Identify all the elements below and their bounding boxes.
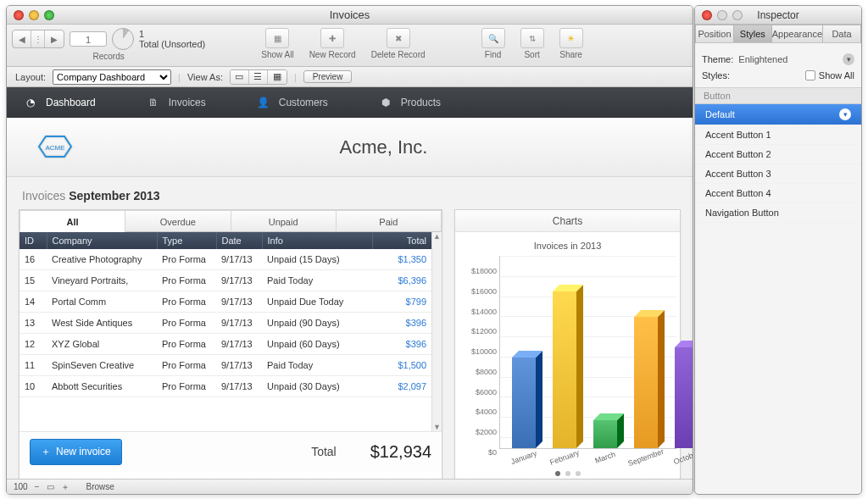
layout-select[interactable]: Company Dashboard bbox=[53, 69, 171, 85]
theme-chevron-icon[interactable]: ▾ bbox=[843, 53, 854, 65]
inspector-tab-position[interactable]: Position bbox=[695, 25, 734, 42]
nav-products[interactable]: ⬢ Products bbox=[370, 91, 449, 114]
invoice-panel: AllOverdueUnpaidPaid IDCompanyTypeDateIn… bbox=[19, 209, 442, 479]
table-row[interactable]: 12XYZ GlobalPro Forma9/17/13Unpaid (60 D… bbox=[19, 334, 431, 355]
invoice-tab-paid[interactable]: Paid bbox=[337, 210, 442, 232]
svg-text:ACME: ACME bbox=[45, 144, 64, 152]
ytick: $14000 bbox=[461, 308, 497, 316]
xlabel: February bbox=[548, 448, 580, 467]
share-button[interactable]: ☀ bbox=[559, 28, 583, 48]
bar-chart: $0$2000$4000$6000$8000$10000$12000$14000… bbox=[499, 256, 676, 449]
styles-label: Styles: bbox=[702, 70, 730, 80]
new-invoice-button[interactable]: ＋ New invoice bbox=[30, 439, 122, 465]
chart-title: Invoices in 2013 bbox=[459, 241, 676, 251]
col-date[interactable]: Date bbox=[216, 232, 262, 249]
nav-invoices[interactable]: 🗎 Invoices bbox=[138, 91, 214, 114]
inspector-tab-appearance[interactable]: Appearance bbox=[771, 25, 823, 42]
theme-value: Enlightened bbox=[738, 54, 843, 64]
invoice-tab-all[interactable]: All bbox=[19, 210, 125, 232]
newrecord-button[interactable]: ✚ bbox=[320, 28, 344, 48]
plus-icon: ＋ bbox=[41, 445, 51, 459]
dashboard-icon: ◔ bbox=[24, 96, 37, 109]
style-item[interactable]: Accent Button 4 bbox=[695, 184, 861, 203]
table-row[interactable]: 16Creative PhotographyPro Forma9/17/13Un… bbox=[19, 249, 431, 270]
show-all-label: Show All bbox=[819, 70, 854, 80]
total-label: Total bbox=[311, 445, 337, 458]
close-icon[interactable] bbox=[14, 10, 24, 20]
ytick: $10000 bbox=[461, 347, 497, 356]
table-row[interactable]: 13West Side AntiquesPro Forma9/17/13Unpa… bbox=[19, 313, 431, 334]
invoice-icon: 🗎 bbox=[147, 96, 160, 109]
style-item[interactable]: Navigation Button bbox=[695, 203, 861, 223]
found-set-pie-icon[interactable] bbox=[112, 28, 134, 50]
zoom-slider-icon[interactable]: ▭ bbox=[47, 482, 54, 491]
col-company[interactable]: Company bbox=[47, 232, 157, 249]
style-item[interactable]: Accent Button 1 bbox=[695, 125, 861, 145]
zoom-value: 100 bbox=[14, 482, 28, 491]
ytick: $2000 bbox=[461, 428, 497, 436]
period-line: Invoices September 2013 bbox=[7, 177, 693, 209]
ytick: $8000 bbox=[461, 368, 497, 376]
zoom-out-icon[interactable]: − bbox=[35, 482, 40, 491]
deleterecord-button[interactable]: ✖ bbox=[387, 28, 410, 48]
table-row[interactable]: 14Portal CommPro Forma9/17/13Unpaid Due … bbox=[19, 291, 431, 313]
table-row[interactable]: 15Vineyard Portraits,Pro Forma9/17/13Pai… bbox=[19, 270, 431, 291]
theme-label: Theme: bbox=[702, 54, 733, 64]
zoom-in-icon[interactable]: ＋ bbox=[61, 481, 70, 493]
col-total[interactable]: Total bbox=[372, 232, 431, 249]
records-label: Records bbox=[93, 52, 125, 61]
find-label: Find bbox=[485, 50, 501, 59]
minimize-icon[interactable] bbox=[29, 10, 39, 20]
user-icon: 👤 bbox=[257, 96, 270, 109]
deleterecord-label: Delete Record bbox=[371, 50, 426, 59]
xlabel: October bbox=[672, 449, 693, 466]
body-area: ACME Acme, Inc. Invoices September 2013 … bbox=[7, 118, 693, 479]
inspector-tab-data[interactable]: Data bbox=[822, 25, 861, 42]
zoom-icon[interactable] bbox=[44, 10, 54, 20]
showall-button[interactable]: ▦ bbox=[265, 28, 289, 48]
col-type[interactable]: Type bbox=[157, 232, 216, 249]
inspector-tab-styles[interactable]: Styles bbox=[733, 25, 772, 42]
find-button[interactable]: 🔍 bbox=[481, 28, 505, 48]
viewas-segment[interactable]: ▭☰▦ bbox=[230, 69, 287, 85]
nav-dashboard[interactable]: ◔ Dashboard bbox=[15, 91, 104, 114]
record-nav-drag-icon[interactable]: ⋮ bbox=[31, 30, 45, 47]
inspector-zoom-icon bbox=[732, 10, 743, 20]
next-record-button[interactable]: ▶ bbox=[45, 30, 64, 47]
table-scrollbar[interactable]: ▲▼ bbox=[431, 232, 442, 431]
box-icon: ⬢ bbox=[379, 96, 392, 109]
table-row[interactable]: 10Abbott SecuritiesPro Forma9/17/13Unpai… bbox=[19, 376, 431, 397]
chart-tab-label: Charts bbox=[455, 210, 680, 232]
app-toolbar: ◀ ⋮ ▶ 1 1 Total (Unsorted) Records ▦Show… bbox=[7, 25, 693, 67]
chart-pager[interactable] bbox=[459, 471, 676, 476]
xlabel: January bbox=[509, 449, 538, 466]
table-row[interactable]: 11SpinSeven CreativePro Forma9/17/13Paid… bbox=[19, 355, 431, 376]
col-info[interactable]: Info bbox=[262, 232, 372, 249]
inspector-close-icon[interactable] bbox=[702, 10, 712, 20]
inspector-window: Inspector PositionStylesAppearanceData T… bbox=[694, 5, 862, 495]
col-id[interactable]: ID bbox=[19, 232, 47, 249]
nav-customers[interactable]: 👤 Customers bbox=[248, 91, 337, 114]
record-number-field[interactable]: 1 bbox=[70, 31, 107, 47]
show-all-checkbox[interactable] bbox=[805, 70, 815, 80]
style-item[interactable]: Accent Button 3 bbox=[695, 164, 861, 184]
invoice-tab-overdue[interactable]: Overdue bbox=[125, 210, 231, 232]
ytick: $18000 bbox=[461, 267, 497, 275]
style-item[interactable]: Default▾ bbox=[695, 104, 861, 125]
style-item[interactable]: Accent Button 2 bbox=[695, 145, 861, 164]
preview-button[interactable]: Preview bbox=[303, 70, 353, 83]
styles-section-header: Button bbox=[695, 87, 861, 104]
company-logo-icon: ACME bbox=[31, 134, 75, 161]
viewas-label: View As: bbox=[187, 72, 223, 82]
window-title: Invoices bbox=[7, 8, 693, 21]
invoice-tab-unpaid[interactable]: Unpaid bbox=[231, 210, 337, 232]
share-label: Share bbox=[559, 50, 582, 59]
total-value: $12,934 bbox=[370, 442, 431, 462]
mode-label: Browse bbox=[86, 482, 114, 491]
header-block: ACME Acme, Inc. bbox=[7, 118, 693, 177]
record-total: 1 bbox=[139, 29, 205, 39]
ytick: $4000 bbox=[461, 408, 497, 416]
chevron-down-icon[interactable]: ▾ bbox=[839, 108, 851, 120]
sort-button[interactable]: ⇅ bbox=[520, 28, 544, 48]
prev-record-button[interactable]: ◀ bbox=[13, 30, 31, 47]
